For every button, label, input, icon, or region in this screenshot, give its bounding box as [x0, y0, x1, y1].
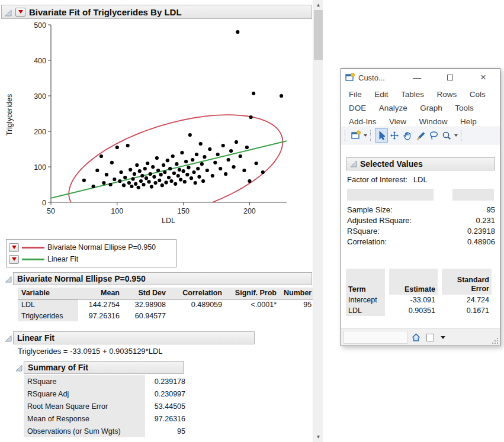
menu-file[interactable]: File	[349, 88, 362, 101]
cell: -33.091	[389, 295, 438, 305]
disclosure-icon[interactable]	[5, 275, 12, 282]
stat-label: Correlation:	[347, 237, 387, 246]
cell: 24.724	[442, 295, 492, 305]
column-header: Signif. Prob	[226, 288, 280, 299]
svg-text:100: 100	[34, 163, 46, 172]
column-header: Std Dev	[123, 288, 169, 299]
maximize-button[interactable]	[434, 69, 467, 86]
row-label: Observations (or Sum Wgts)	[24, 425, 145, 437]
toolbar-grip[interactable]	[345, 130, 348, 141]
disclosure-icon[interactable]	[350, 160, 357, 167]
section-header-selected-values[interactable]: Selected Values	[346, 157, 495, 170]
linear-fit-equation: Triglycerides = -33.0915 + 0.9035129*LDL	[18, 347, 163, 356]
menu-edit[interactable]: Edit	[374, 88, 388, 101]
parameter-estimates-table: Term Estimate Standard Error Intercept -…	[346, 269, 492, 316]
svg-text:150: 150	[177, 207, 190, 215]
svg-text:100: 100	[111, 207, 123, 215]
lasso-tool-icon[interactable]	[427, 128, 440, 143]
menu-analyze[interactable]: Analyze	[379, 102, 407, 115]
summary-of-fit-table: RSquare0.239178 RSquare Adj0.230997 Root…	[24, 375, 189, 437]
menu-row: DOE Analyze Graph Tools	[341, 101, 500, 115]
legend-item-ellipse: Bivariate Normal Ellipse P=0.950	[9, 241, 174, 253]
menu-tables[interactable]: Tables	[401, 88, 424, 101]
cell	[280, 310, 315, 321]
scatter-plot-canvas[interactable]: 010020030040050050100150200	[17, 21, 288, 232]
chevron-down-icon[interactable]	[454, 134, 458, 137]
brush-tool-icon[interactable]	[414, 128, 427, 143]
table-row: LDL 144.2754 32.98908 0.489059 <.0001* 9…	[18, 299, 315, 310]
menu-graph[interactable]: Graph	[420, 102, 442, 115]
stat-value: 95	[487, 205, 495, 214]
move-tool-icon[interactable]	[388, 128, 401, 143]
column-header: Estimate	[389, 269, 438, 295]
red-triangle-menu-button[interactable]	[9, 243, 19, 252]
row-label: LDL	[346, 305, 385, 316]
cell: 32.98908	[123, 299, 169, 310]
minimize-button[interactable]: —	[400, 69, 434, 86]
cell: 97.26316	[145, 412, 189, 425]
menu-cols[interactable]: Cols	[470, 88, 486, 101]
toolbar-grip[interactable]	[461, 130, 464, 141]
checkbox[interactable]	[426, 334, 434, 341]
red-triangle-menu-button[interactable]	[9, 255, 19, 264]
window-title-bar[interactable]: Custo... — ×	[341, 69, 500, 86]
cursor-tool-icon[interactable]	[375, 128, 388, 143]
svg-text:300: 300	[34, 92, 46, 101]
red-triangle-menu-button[interactable]	[15, 8, 25, 17]
legend: Bivariate Normal Ellipse P=0.950 Linear …	[6, 239, 176, 267]
factor-list-box[interactable]	[347, 189, 434, 201]
section-header-summary-of-fit[interactable]: Summary of Fit	[24, 361, 184, 374]
toolbar-grip[interactable]	[370, 130, 373, 141]
dropdown-caret-icon[interactable]	[441, 336, 445, 339]
value-box[interactable]	[452, 189, 494, 201]
row-label: Triglycerides	[18, 310, 78, 321]
column-header: Number	[280, 288, 315, 299]
menu-tools[interactable]: Tools	[455, 102, 474, 115]
red-triangle-icon	[12, 257, 17, 261]
cell	[226, 310, 280, 321]
resize-grip[interactable]	[492, 337, 499, 344]
row-label: Mean of Response	[24, 412, 145, 425]
legend-label: Linear Fit	[47, 255, 78, 263]
vertical-scrollbar[interactable]: ▲ ▼	[313, 0, 323, 442]
close-button[interactable]: ×	[467, 69, 500, 86]
stat-adjusted-rsquare: Adjusted RSquare: 0.231	[347, 216, 495, 227]
table-header-row: Variable Mean Std Dev Correlation Signif…	[18, 288, 315, 299]
stat-value: 0.48906	[467, 237, 495, 246]
disclosure-icon[interactable]	[5, 334, 12, 341]
report-title-bar: Bivariate Fit of Triglycerides By LDL	[1, 5, 312, 19]
scrollbar-thumb[interactable]	[314, 10, 323, 60]
cell: 144.2754	[78, 299, 123, 310]
customize-window: Custo... — × File Edit Tables Rows Cols …	[341, 68, 500, 346]
disclosure-icon[interactable]	[15, 363, 23, 370]
row-label: Root Mean Square Error	[24, 400, 145, 412]
zoom-tool-icon[interactable]	[440, 128, 453, 143]
new-window-icon[interactable]	[349, 128, 362, 143]
home-icon[interactable]	[411, 333, 421, 342]
menu-doe[interactable]: DOE	[349, 102, 366, 115]
menu-row: File Edit Tables Rows Cols	[341, 88, 500, 101]
scatter-plot[interactable]: 010020030040050050100150200 Triglyceride…	[17, 21, 288, 232]
window-title: Custo...	[358, 73, 385, 82]
cell: 95	[145, 425, 189, 437]
section-header-linear-fit[interactable]: Linear Fit	[13, 331, 255, 344]
ellipse-stats-table: Variable Mean Std Dev Correlation Signif…	[18, 288, 315, 321]
menu-rows[interactable]: Rows	[436, 88, 457, 101]
section-title: Bivariate Normal Ellipse P=0.950	[17, 274, 146, 283]
red-triangle-icon	[18, 10, 23, 14]
scroll-up-button[interactable]: ▲	[313, 0, 323, 10]
row-label: RSquare	[24, 375, 145, 388]
svg-text:50: 50	[47, 207, 55, 215]
table-row: RSquare0.239178	[24, 375, 189, 388]
cell: 97.26316	[78, 310, 123, 321]
chevron-down-icon[interactable]	[364, 134, 367, 137]
cell: <.0001*	[226, 299, 280, 310]
table-row: Mean of Response97.26316	[24, 412, 189, 425]
disclosure-icon[interactable]	[5, 8, 12, 15]
report-title: Bivariate Fit of Triglycerides By LDL	[29, 7, 182, 17]
section-title: Summary of Fit	[28, 363, 88, 372]
scroll-down-button[interactable]: ▼	[313, 432, 323, 442]
hand-tool-icon[interactable]	[401, 128, 414, 143]
row-label: Intercept	[346, 295, 385, 305]
section-header-ellipse[interactable]: Bivariate Normal Ellipse P=0.950	[13, 272, 312, 285]
